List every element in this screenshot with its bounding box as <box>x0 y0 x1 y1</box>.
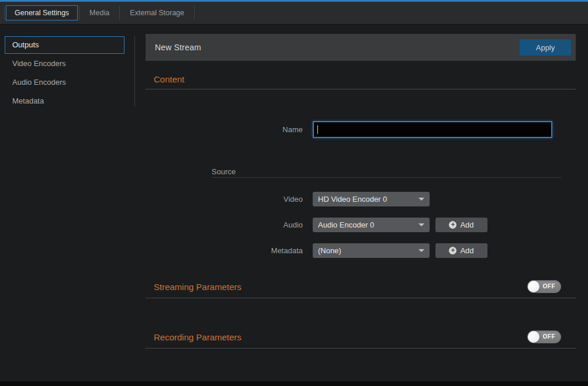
bottom-strip <box>0 381 588 386</box>
app-window: General Settings Media External Storage … <box>0 0 588 386</box>
recording-parameters-heading: Recording Parameters <box>146 332 241 342</box>
content-heading-divider <box>146 89 576 89</box>
metadata-source-dropdown[interactable]: (None) <box>313 243 430 258</box>
top-tab-bar: General Settings Media External Storage <box>0 2 588 25</box>
plus-icon: + <box>449 247 456 254</box>
page-title: New Stream <box>155 43 201 52</box>
toggle-state-label: OFF <box>543 330 556 343</box>
audio-label: Audio <box>146 220 313 229</box>
main-panel: New Stream Apply Content Name Source Vid… <box>146 25 576 349</box>
toggle-knob <box>528 331 539 343</box>
name-input-wrap <box>313 121 552 138</box>
video-source-row: Video HD Video Encoder 0 <box>146 192 576 206</box>
recording-section-divider <box>146 348 576 349</box>
sidebar-divider <box>134 36 135 106</box>
tab-external-storage[interactable]: External Storage <box>121 5 193 20</box>
audio-source-value: Audio Encoder 0 <box>318 220 374 229</box>
recording-parameters-section: Recording Parameters OFF <box>146 330 576 344</box>
toggle-state-label: OFF <box>543 280 556 293</box>
add-audio-button[interactable]: + Add <box>435 218 487 232</box>
video-source-value: HD Video Encoder 0 <box>318 195 387 204</box>
sidebar-item-metadata[interactable]: Metadata <box>5 92 124 110</box>
name-field-row: Name <box>146 121 576 138</box>
metadata-source-value: (None) <box>318 246 341 255</box>
chevron-down-icon <box>418 223 424 226</box>
tab-media[interactable]: Media <box>81 5 118 20</box>
metadata-source-row: Metadata (None) + Add <box>146 243 576 258</box>
sidebar-item-audio-encoders[interactable]: Audio Encoders <box>5 74 124 91</box>
sidebar-item-video-encoders[interactable]: Video Encoders <box>5 55 124 73</box>
audio-source-row: Audio Audio Encoder 0 + Add <box>146 218 576 232</box>
source-group-label: Source <box>212 167 561 178</box>
add-metadata-label: Add <box>460 246 473 255</box>
tab-separator <box>194 6 195 20</box>
tab-separator <box>4 6 5 20</box>
streaming-section-divider <box>146 298 576 298</box>
add-audio-label: Add <box>460 220 473 229</box>
video-source-dropdown[interactable]: HD Video Encoder 0 <box>313 192 430 206</box>
audio-source-dropdown[interactable]: Audio Encoder 0 <box>313 218 430 232</box>
panel-header: New Stream Apply <box>146 34 576 61</box>
text-caret <box>317 125 318 134</box>
streaming-parameters-heading: Streaming Parameters <box>146 282 241 292</box>
chevron-down-icon <box>418 198 424 201</box>
sidebar-item-outputs[interactable]: Outputs <box>5 36 124 54</box>
tab-general-settings[interactable]: General Settings <box>6 5 78 20</box>
metadata-label: Metadata <box>146 246 313 255</box>
tab-separator <box>79 6 79 20</box>
streaming-parameters-toggle[interactable]: OFF <box>527 280 561 293</box>
plus-icon: + <box>449 221 456 229</box>
name-input[interactable] <box>313 121 552 138</box>
toggle-knob <box>528 281 539 292</box>
video-label: Video <box>146 195 313 204</box>
name-label: Name <box>146 125 313 134</box>
streaming-parameters-section: Streaming Parameters OFF <box>146 280 576 294</box>
chevron-down-icon <box>418 249 424 252</box>
tab-separator <box>119 6 120 20</box>
content-section-heading: Content <box>146 74 576 85</box>
recording-parameters-toggle[interactable]: OFF <box>527 330 561 343</box>
add-metadata-button[interactable]: + Add <box>435 243 487 258</box>
sidebar-nav: Outputs Video Encoders Audio Encoders Me… <box>0 25 135 111</box>
apply-button[interactable]: Apply <box>520 39 571 56</box>
